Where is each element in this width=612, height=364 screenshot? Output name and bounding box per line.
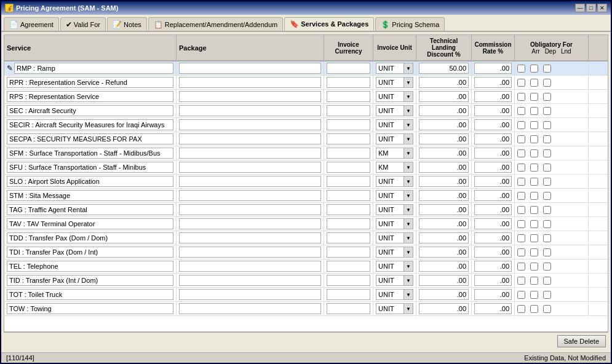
obligatory-dep-checkbox[interactable] [530,248,538,256]
service-input[interactable] [7,303,173,314]
table-row[interactable]: UNIT▼ [4,118,608,132]
commission-input[interactable] [474,119,512,130]
unit-dropdown-button[interactable]: ▼ [403,204,413,215]
obligatory-arr-checkbox[interactable] [517,277,525,285]
service-input[interactable] [7,261,173,272]
package-input[interactable] [179,119,321,130]
unit-dropdown-button[interactable]: ▼ [403,119,413,130]
currency-input[interactable] [327,77,370,88]
obligatory-lnd-checkbox[interactable] [543,65,551,73]
commission-input[interactable] [474,190,512,201]
currency-input[interactable] [327,261,370,272]
obligatory-dep-checkbox[interactable] [530,291,538,299]
table-row[interactable]: UNIT▼ [4,245,608,259]
currency-input[interactable] [327,176,370,187]
currency-input[interactable] [327,218,370,229]
package-input[interactable] [179,176,321,187]
tld-input[interactable] [419,133,469,144]
currency-input[interactable] [327,162,370,173]
tld-input[interactable] [419,190,469,201]
package-input[interactable] [179,162,321,173]
table-row[interactable]: UNIT▼ [4,217,608,231]
obligatory-arr-checkbox[interactable] [517,291,525,299]
package-input[interactable] [179,261,321,272]
currency-input[interactable] [327,247,370,258]
unit-dropdown-button[interactable]: ▼ [403,105,413,116]
commission-input[interactable] [474,133,512,144]
tld-input[interactable] [419,275,469,286]
obligatory-lnd-checkbox[interactable] [543,164,551,172]
commission-input[interactable] [474,105,512,116]
tld-input[interactable] [419,176,469,187]
service-input[interactable] [7,176,173,187]
unit-dropdown-button[interactable]: ▼ [403,63,413,74]
commission-input[interactable] [474,148,512,159]
obligatory-dep-checkbox[interactable] [530,149,538,157]
service-input[interactable] [7,119,173,130]
unit-dropdown-button[interactable]: ▼ [403,247,413,258]
table-row[interactable]: UNIT▼ [4,231,608,245]
table-row[interactable]: UNIT▼ [4,175,608,189]
obligatory-lnd-checkbox[interactable] [543,291,551,299]
maximize-button[interactable]: □ [586,4,596,12]
service-input[interactable] [7,162,173,173]
currency-input[interactable] [327,232,370,243]
obligatory-lnd-checkbox[interactable] [543,79,551,87]
obligatory-arr-checkbox[interactable] [517,93,525,101]
commission-input[interactable] [474,289,512,300]
obligatory-lnd-checkbox[interactable] [543,248,551,256]
commission-input[interactable] [474,275,512,286]
commission-input[interactable] [474,232,512,243]
service-input[interactable] [7,204,173,215]
unit-dropdown-button[interactable]: ▼ [403,275,413,286]
obligatory-arr-checkbox[interactable] [517,178,525,186]
table-row[interactable]: UNIT▼ [4,302,608,316]
obligatory-lnd-checkbox[interactable] [543,206,551,214]
unit-dropdown-button[interactable]: ▼ [403,148,413,159]
obligatory-dep-checkbox[interactable] [530,164,538,172]
table-row[interactable]: UNIT▼ [4,104,608,118]
obligatory-arr-checkbox[interactable] [517,234,525,242]
unit-dropdown-button[interactable]: ▼ [403,232,413,243]
table-row[interactable]: UNIT▼ [4,76,608,90]
tld-input[interactable] [419,204,469,215]
obligatory-dep-checkbox[interactable] [530,135,538,143]
minimize-button[interactable]: — [575,4,585,12]
obligatory-dep-checkbox[interactable] [530,93,538,101]
commission-input[interactable] [474,63,512,74]
obligatory-arr-checkbox[interactable] [517,135,525,143]
currency-input[interactable] [327,204,370,215]
commission-input[interactable] [474,162,512,173]
obligatory-lnd-checkbox[interactable] [543,135,551,143]
table-row[interactable]: KM▼ [4,146,608,160]
service-input[interactable] [7,289,173,300]
obligatory-lnd-checkbox[interactable] [543,121,551,129]
service-input[interactable] [7,232,173,243]
currency-input[interactable] [327,303,370,314]
currency-input[interactable] [327,105,370,116]
service-input[interactable] [7,218,173,229]
unit-dropdown-button[interactable]: ▼ [403,303,413,314]
obligatory-arr-checkbox[interactable] [517,79,525,87]
tld-input[interactable] [419,289,469,300]
obligatory-dep-checkbox[interactable] [530,234,538,242]
table-row[interactable]: UNIT▼ [4,132,608,146]
tld-input[interactable] [419,303,469,314]
tab-notes[interactable]: 📝 Notes [107,17,147,31]
obligatory-dep-checkbox[interactable] [530,277,538,285]
table-row[interactable]: UNIT▼ [4,259,608,274]
obligatory-dep-checkbox[interactable] [530,121,538,129]
table-row[interactable]: KM▼ [4,160,608,175]
currency-input[interactable] [327,275,370,286]
package-input[interactable] [179,303,321,314]
obligatory-arr-checkbox[interactable] [517,248,525,256]
table-row[interactable]: UNIT▼ [4,288,608,302]
service-input[interactable] [7,247,173,258]
commission-input[interactable] [474,91,512,102]
package-input[interactable] [179,204,321,215]
obligatory-lnd-checkbox[interactable] [543,107,551,115]
obligatory-dep-checkbox[interactable] [530,65,538,73]
obligatory-lnd-checkbox[interactable] [543,277,551,285]
currency-input[interactable] [327,63,370,74]
package-input[interactable] [179,190,321,201]
